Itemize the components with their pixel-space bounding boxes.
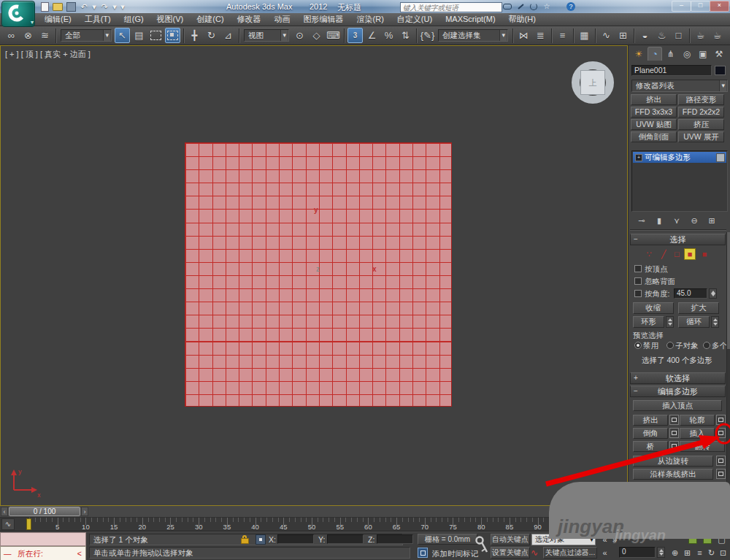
mirror-icon[interactable]: ⋈ bbox=[516, 28, 531, 43]
hinge-settings-icon[interactable] bbox=[716, 456, 726, 466]
coord-x-field[interactable] bbox=[277, 534, 314, 544]
modifier-stack-list[interactable]: + 可编辑多边形 bbox=[631, 150, 728, 212]
remove-modifier-icon[interactable]: ⊖ bbox=[688, 215, 701, 226]
select-by-name-icon[interactable]: ▤ bbox=[131, 28, 147, 43]
open-file-icon[interactable] bbox=[52, 1, 64, 12]
percent-snap-icon[interactable]: % bbox=[381, 28, 396, 43]
editable-poly-plane[interactable] bbox=[185, 142, 452, 407]
modifier-set-button[interactable]: 倒角剖面 bbox=[631, 131, 677, 142]
tab-motion-icon[interactable]: ◎ bbox=[680, 47, 694, 61]
modifier-set-button[interactable]: UVW 展开 bbox=[678, 131, 724, 142]
ignore-backfacing-checkbox[interactable] bbox=[634, 277, 642, 285]
menu-item[interactable]: 修改器 bbox=[231, 13, 268, 26]
undo-dropdown-icon[interactable]: ▾ bbox=[91, 1, 97, 12]
select-and-link-icon[interactable]: ∞ bbox=[4, 28, 19, 43]
coord-y-field[interactable] bbox=[327, 534, 364, 544]
preview-disable-radio[interactable] bbox=[634, 342, 642, 349]
time-next-icon[interactable]: › bbox=[81, 507, 88, 516]
key-filters-button[interactable]: 关键点过滤器... bbox=[543, 547, 597, 559]
show-end-result-icon[interactable]: ▮ bbox=[653, 215, 666, 226]
modifier-set-button[interactable]: 挤出 bbox=[631, 94, 677, 105]
undo-icon[interactable]: ↶ bbox=[78, 1, 90, 12]
extrude-button[interactable]: 挤出 bbox=[633, 415, 668, 426]
rollout-soft-selection[interactable]: + 软选择 bbox=[630, 372, 726, 384]
zoom-all-icon[interactable]: ⊞ bbox=[681, 547, 694, 559]
bind-to-spacewarp-icon[interactable]: ≋ bbox=[37, 28, 53, 43]
graphite-ribbon-icon[interactable]: ▦ bbox=[577, 28, 592, 43]
menu-item[interactable]: 视图(V) bbox=[150, 13, 191, 26]
object-color-swatch[interactable] bbox=[715, 66, 726, 75]
subobject-border-icon[interactable]: □ bbox=[671, 248, 683, 260]
bridge-settings-icon[interactable] bbox=[669, 441, 679, 451]
track-bar[interactable]: ∿ 05101520253035404550556065707580859095… bbox=[0, 518, 628, 532]
key-filters-curve-icon[interactable]: ∿ bbox=[531, 548, 541, 558]
maximize-viewport-toggle-icon[interactable]: ⊡ bbox=[717, 547, 729, 559]
listener-expand-icon[interactable]: < bbox=[77, 547, 82, 560]
use-pivot-center-icon[interactable]: ⊙ bbox=[292, 28, 307, 43]
select-and-rotate-icon[interactable]: ↻ bbox=[204, 28, 219, 43]
time-slider[interactable]: ‹ 0 / 100 › bbox=[0, 506, 628, 518]
extrude-along-spline-button[interactable]: 沿样条线挤出 bbox=[633, 469, 713, 480]
curve-editor-icon[interactable]: ∿ bbox=[599, 28, 614, 43]
subobject-vertex-icon[interactable]: ∵ bbox=[643, 248, 655, 260]
save-file-icon[interactable] bbox=[65, 1, 77, 12]
modifier-set-button[interactable]: UVW 贴图 bbox=[631, 119, 677, 130]
schematic-view-icon[interactable]: ⊞ bbox=[615, 28, 631, 43]
tab-display-icon[interactable]: ▣ bbox=[696, 47, 710, 61]
ring-spinner[interactable] bbox=[666, 316, 674, 328]
subobject-element-icon[interactable]: ■ bbox=[699, 248, 710, 260]
grow-button[interactable]: 扩大 bbox=[678, 302, 719, 314]
modifier-set-button[interactable]: 路径变形 bbox=[678, 94, 724, 105]
menu-item[interactable]: 帮助(H) bbox=[502, 13, 542, 26]
bevel-button[interactable]: 倒角 bbox=[633, 428, 668, 439]
menu-item[interactable]: 工具(T) bbox=[78, 13, 118, 26]
selection-filter-dropdown[interactable]: 全部 bbox=[61, 29, 112, 42]
stack-expand-icon[interactable]: + bbox=[635, 154, 642, 161]
selection-lock-icon[interactable] bbox=[241, 535, 250, 544]
menu-item[interactable]: 图形编辑器 bbox=[297, 13, 350, 26]
menu-item[interactable]: MAXScript(M) bbox=[439, 13, 502, 26]
unlink-selection-icon[interactable]: ⊗ bbox=[20, 28, 36, 43]
rendered-frame-window-icon[interactable]: □ bbox=[671, 28, 686, 43]
bridge-button[interactable]: 桥 bbox=[633, 441, 668, 452]
maxscript-listener-pink[interactable] bbox=[0, 532, 86, 546]
select-and-move-icon[interactable]: ╋ bbox=[187, 28, 202, 43]
modifier-set-button[interactable]: FFD 3x3x3 bbox=[631, 107, 677, 118]
maxscript-listener-white[interactable]: — 所在行: < bbox=[0, 546, 86, 560]
loop-spinner[interactable] bbox=[711, 316, 719, 328]
preview-subobj-radio[interactable] bbox=[666, 342, 674, 349]
flip-button[interactable]: 翻转 bbox=[680, 441, 725, 452]
minimize-button[interactable]: – bbox=[672, 1, 691, 12]
object-name-field[interactable]: Plane001 bbox=[631, 65, 712, 76]
time-slider-handle[interactable]: 0 / 100 bbox=[9, 507, 80, 516]
go-to-end-icon[interactable]: « bbox=[599, 547, 611, 559]
maximize-button[interactable]: □ bbox=[691, 1, 710, 12]
angle-spinner[interactable] bbox=[709, 288, 717, 299]
make-unique-icon[interactable]: ⋎ bbox=[670, 215, 683, 226]
tab-utilities-icon[interactable]: ⚒ bbox=[712, 47, 726, 61]
rectangular-selection-region-icon[interactable] bbox=[148, 28, 164, 43]
set-keys-icon[interactable] bbox=[474, 534, 489, 558]
time-prev-icon[interactable]: ‹ bbox=[1, 507, 8, 516]
redo-dropdown-icon[interactable]: ▾ bbox=[112, 1, 118, 12]
loop-button[interactable]: 循环 bbox=[678, 316, 710, 328]
subobject-edge-icon[interactable]: ╱ bbox=[658, 248, 669, 260]
window-crossing-toggle-icon[interactable] bbox=[165, 28, 180, 43]
subscription-icon[interactable] bbox=[515, 1, 526, 11]
tab-modify-icon[interactable]: ◔ bbox=[648, 47, 662, 61]
stack-item-editable-poly[interactable]: + 可编辑多边形 bbox=[633, 152, 726, 163]
infocenter-search-input[interactable] bbox=[400, 2, 502, 12]
outline-settings-icon[interactable] bbox=[716, 415, 726, 425]
select-and-manipulate-icon[interactable]: ◇ bbox=[309, 28, 324, 43]
by-vertex-checkbox[interactable] bbox=[634, 265, 642, 272]
pin-stack-icon[interactable]: ⊸ bbox=[635, 215, 648, 226]
set-key-button[interactable]: 设置关键点 bbox=[491, 547, 530, 559]
snaps-toggle-icon[interactable]: 3 bbox=[347, 28, 363, 43]
by-angle-checkbox[interactable] bbox=[634, 290, 642, 297]
menu-item[interactable]: 组(G) bbox=[118, 13, 150, 26]
stack-onoff-icon[interactable] bbox=[716, 153, 725, 162]
select-and-scale-icon[interactable]: ⊿ bbox=[220, 28, 236, 43]
inset-button[interactable]: 插入 bbox=[680, 428, 715, 439]
subobject-polygon-icon-active[interactable]: ■ bbox=[684, 248, 696, 260]
modifier-set-button[interactable]: 挤压 bbox=[678, 119, 724, 130]
